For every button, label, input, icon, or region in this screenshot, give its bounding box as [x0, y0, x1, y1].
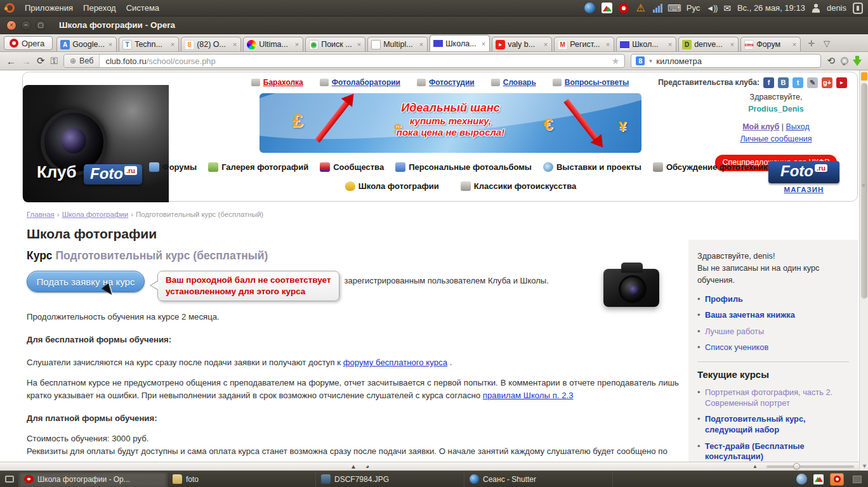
task-shutter-window[interactable]: Сеанс - Shutter — [464, 471, 613, 487]
userbox-username-link[interactable]: Prodius_Denis — [702, 103, 850, 115]
vk-icon[interactable]: B — [778, 77, 789, 88]
scrollbar-down-icon[interactable]: ▼ — [862, 463, 867, 469]
search-query[interactable]: киллометра — [656, 56, 702, 66]
security-badge[interactable]: ⊕ Веб — [64, 55, 100, 67]
facebook-icon[interactable]: f — [763, 77, 774, 88]
tab-forum[interactable]: cmsФорум× — [740, 37, 801, 51]
tab-close-icon[interactable]: × — [667, 41, 673, 48]
profile-link[interactable]: Профиль — [705, 294, 743, 304]
tab-odnoklassniki[interactable]: 8(82) O...× — [181, 37, 241, 51]
downloads-icon[interactable] — [853, 56, 862, 66]
twitter-icon[interactable]: t — [792, 77, 803, 88]
window-maximize-button[interactable]: ▢ — [36, 20, 46, 30]
nav-exhibitions[interactable]: Выставки и проекты — [543, 162, 641, 172]
reload-button[interactable]: ⟳ — [37, 55, 45, 67]
tab-google[interactable]: AGoogle...× — [56, 37, 117, 51]
menu-applications[interactable]: Приложения — [25, 3, 73, 13]
user-menu-icon[interactable] — [812, 4, 820, 13]
tab-close-icon[interactable]: × — [294, 41, 299, 48]
nav-albums[interactable]: Персональные фотоальбомы — [395, 162, 532, 172]
opera-menu-button[interactable]: Opera — [4, 36, 53, 50]
tab-technorati[interactable]: TTechn...× — [119, 37, 179, 51]
link-flea-market[interactable]: Барахолка — [251, 78, 303, 87]
nav-photo-school[interactable]: Школа фотографии — [345, 181, 439, 191]
club-foto-logo[interactable]: Клуб Foto.ru — [23, 85, 169, 202]
new-tab-button[interactable]: ✛ — [808, 39, 815, 48]
course-link[interactable]: Подготовительный курс, следующий набор — [705, 414, 806, 434]
livejournal-icon[interactable]: ✎ — [807, 77, 818, 88]
school-rules-link[interactable]: правилам Школы п. 2.3 — [483, 391, 574, 400]
shutter-tray-icon[interactable] — [584, 3, 595, 13]
globe-tray-icon[interactable] — [796, 474, 807, 484]
keyboard-layout-label[interactable]: Рус — [687, 3, 700, 13]
ad-banner[interactable]: £ $ € ¥ Идеальный шанс купить технику, п… — [260, 93, 641, 153]
tab-close-icon[interactable]: × — [792, 41, 797, 48]
tab-close-icon[interactable]: × — [605, 41, 610, 48]
volume-icon[interactable]: ◄)) — [706, 4, 717, 13]
google-plus-icon[interactable]: g+ — [822, 77, 832, 88]
breadcrumb-school[interactable]: Школа фотографии — [62, 211, 129, 218]
mail-indicator-icon[interactable]: ✉ — [723, 3, 731, 13]
link-dictionary[interactable]: Словарь — [491, 78, 536, 87]
nav-classics[interactable]: Классики фотоискусства — [461, 181, 576, 191]
tab-school-active[interactable]: Школа...× — [430, 35, 490, 51]
keyboard-layout-icon[interactable]: ⌨ — [669, 3, 680, 14]
search-field[interactable]: 8 ▼ киллометра — [631, 54, 821, 68]
nav-phototech[interactable]: Обсуждение фототехники — [653, 162, 773, 172]
network-signal-icon[interactable] — [653, 4, 662, 13]
workspace-switcher-icon[interactable] — [853, 476, 862, 483]
best-works-link[interactable]: Лучшие работы — [705, 327, 764, 336]
url-field[interactable]: ⊕ Веб club.foto.ru/school/course.php ★ — [63, 54, 625, 68]
opera-turbo-icon[interactable] — [841, 57, 847, 65]
tab-close-icon[interactable]: × — [170, 41, 175, 48]
bookmark-star-icon[interactable]: ★ — [612, 56, 625, 66]
opera-tray-icon[interactable] — [619, 3, 629, 13]
course-link[interactable]: Тест-драйв (Бесплатные консультации) — [705, 441, 805, 462]
status-icon[interactable]: ◕ — [365, 463, 369, 470]
key-icon[interactable]: ⚿ — [51, 55, 58, 67]
apply-course-button[interactable]: Подать заявку на курс — [27, 271, 145, 292]
tab-youtube[interactable]: ►valy b...× — [492, 37, 552, 51]
tab-close-icon[interactable]: × — [419, 41, 424, 48]
nav-gallery[interactable]: Галерея фотографий — [208, 162, 308, 172]
vertical-scrollbar[interactable]: ▼ — [859, 70, 868, 471]
opera-highlight-icon[interactable] — [830, 473, 844, 486]
link-qa[interactable]: Вопросы-ответы — [553, 78, 629, 87]
task-opera-window[interactable]: Школа фотографии - Op... — [19, 471, 168, 487]
zoom-slider[interactable] — [766, 465, 854, 468]
search-engine-dropdown-icon[interactable]: ▼ — [648, 58, 653, 64]
tab-denwer[interactable]: Ddenve...× — [678, 37, 739, 51]
scroll-top-icon[interactable]: ▲ — [350, 463, 357, 470]
private-messages-link[interactable]: Личные сообщения — [740, 134, 812, 143]
nav-forums[interactable]: Форумы — [149, 162, 197, 172]
tab-list-dropdown-icon[interactable]: ▽ — [824, 39, 830, 48]
menu-system[interactable]: Система — [126, 3, 159, 13]
warning-tray-icon[interactable]: ⚠ — [635, 3, 647, 14]
back-button[interactable]: ← — [6, 56, 16, 67]
zoom-slider-knob[interactable] — [793, 463, 800, 470]
tab-search[interactable]: ◉Поиск ...× — [305, 37, 365, 51]
window-minimize-button[interactable]: − — [21, 20, 31, 30]
foto-ru-shop-logo[interactable]: Foto.ru — [768, 161, 839, 183]
chart-taskbar-icon[interactable] — [813, 474, 824, 484]
chart-tray-icon[interactable] — [602, 3, 612, 13]
youtube-channel-icon[interactable]: ► — [836, 77, 847, 88]
tab-multipl[interactable]: Multipl...× — [367, 37, 428, 51]
url-text[interactable]: club.foto.ru/school/course.php — [100, 56, 215, 66]
opera-link-sync-icon[interactable]: ⟲ — [827, 55, 835, 67]
show-desktop-button[interactable] — [0, 471, 19, 487]
tab-school2[interactable]: Школ...× — [616, 37, 676, 51]
nav-communities[interactable]: Сообщества — [320, 162, 384, 172]
search-engine-icon[interactable]: 8 — [636, 56, 645, 65]
logout-link[interactable]: Выход — [786, 122, 809, 131]
tab-close-icon[interactable]: × — [108, 41, 113, 48]
shop-link[interactable]: МАГАЗИН — [784, 186, 824, 193]
user-menu-label[interactable]: denis — [827, 3, 846, 13]
session-power-icon[interactable] — [853, 3, 863, 14]
link-photostudios[interactable]: Фотостудии — [417, 78, 475, 87]
tab-close-icon[interactable]: × — [357, 41, 362, 48]
tab-close-icon[interactable]: × — [730, 41, 735, 48]
students-list-link[interactable]: Список учеников — [705, 342, 768, 352]
task-folder-window[interactable]: foto — [168, 471, 316, 487]
tab-gmail[interactable]: MРегист...× — [554, 37, 614, 51]
